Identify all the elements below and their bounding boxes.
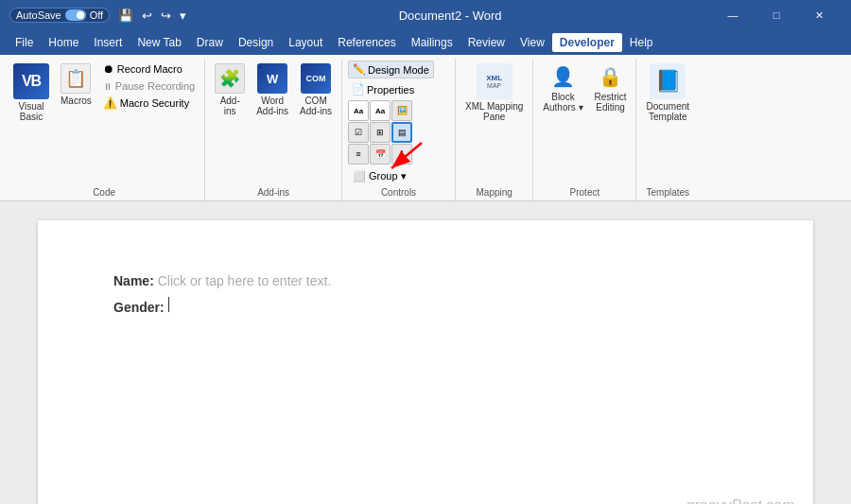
visual-basic-icon: VB <box>13 63 49 99</box>
add-ins-button[interactable]: 🧩 Add-ins <box>211 61 249 119</box>
ribbon-group-addins: 🧩 Add-ins W WordAdd-ins COM COMAdd-ins A… <box>205 59 342 200</box>
controls-group-label: Controls <box>348 187 449 200</box>
mapping-group-label: Mapping <box>461 187 527 200</box>
addins-group-content: 🧩 Add-ins W WordAdd-ins COM COMAdd-ins <box>211 61 336 185</box>
name-placeholder: Click or tap here to enter text. <box>158 273 332 288</box>
controls-icon-grid: Aa Aa 🖼️ ☑ ⊞ ▤ ≡ 📅 ⬇ <box>348 100 412 165</box>
control-aa2-icon[interactable]: Aa <box>370 100 391 121</box>
minimize-button[interactable]: — <box>711 0 755 30</box>
document-template-icon: 📘 <box>650 63 686 99</box>
group-icon: ⬜ <box>353 170 366 182</box>
pause-icon: ⏸ <box>103 81 113 92</box>
record-macro-label: Record Macro <box>117 63 182 75</box>
document-template-button[interactable]: 📘 DocumentTemplate <box>642 61 693 125</box>
add-ins-icon: 🧩 <box>215 63 245 94</box>
block-authors-button[interactable]: 👤 BlockAuthors ▾ <box>539 61 586 115</box>
ribbon-group-controls: ✏️ Design Mode 📄 Properties Aa Aa <box>342 59 456 200</box>
autosave-badge[interactable]: AutoSave Off <box>9 8 110 23</box>
control-check-icon[interactable]: ☑ <box>348 122 369 143</box>
quick-access-toolbar: 💾 ↩ ↪ ▾ <box>115 7 189 25</box>
group-label: Group ▾ <box>369 170 407 182</box>
properties-label: Properties <box>367 84 414 96</box>
watermark: groovyPost.com <box>686 497 794 504</box>
menu-review[interactable]: Review <box>460 33 512 52</box>
menu-developer[interactable]: Developer <box>552 33 622 52</box>
controls-group-content: ✏️ Design Mode 📄 Properties Aa Aa <box>348 61 449 185</box>
control-img-icon[interactable]: 🖼️ <box>391 100 412 121</box>
document-template-label: DocumentTemplate <box>646 101 689 122</box>
templates-group-label: Templates <box>642 187 693 200</box>
properties-icon: 📄 <box>352 83 365 96</box>
xml-mapping-icon: XML MAP <box>477 63 512 99</box>
control-list-icon[interactable]: ≡ <box>348 144 369 165</box>
autosave-toggle[interactable] <box>65 9 86 21</box>
control-more-icon[interactable]: ⬇ <box>391 144 412 165</box>
control-date-icon[interactable]: 📅 <box>370 144 391 165</box>
autosave-state: Off <box>90 9 103 21</box>
group-button[interactable]: ⬜ Group ▾ <box>348 167 411 185</box>
macros-label: Macros <box>61 96 92 106</box>
xml-mapping-button[interactable]: XML MAP XML MappingPane <box>461 61 527 125</box>
gender-label: Gender: <box>113 300 165 315</box>
document-page[interactable]: Name: Click or tap here to enter text. G… <box>38 220 813 504</box>
visual-basic-label: VisualBasic <box>18 101 43 122</box>
control-combo-icon[interactable]: ▤ <box>391 122 412 143</box>
restrict-editing-label: RestrictEditing <box>595 92 627 113</box>
ribbon-group-protect: 👤 BlockAuthors ▾ 🔒 RestrictEditing Prote… <box>533 59 636 200</box>
save-button[interactable]: 💾 <box>115 7 136 25</box>
menu-references[interactable]: References <box>330 33 403 52</box>
menu-layout[interactable]: Layout <box>281 33 330 52</box>
doc-name-line: Name: Click or tap here to enter text. <box>113 268 738 294</box>
com-add-ins-button[interactable]: COM COMAdd-ins <box>296 61 336 119</box>
menu-design[interactable]: Design <box>231 33 281 52</box>
macro-security-button[interactable]: ⚠️ Macro Security <box>99 95 199 112</box>
word-add-ins-button[interactable]: W WordAdd-ins <box>252 61 292 119</box>
ribbon-group-mapping: XML MAP XML MappingPane Mapping <box>456 59 533 200</box>
menu-help[interactable]: Help <box>622 33 661 52</box>
control-table-icon[interactable]: ⊞ <box>370 122 391 143</box>
word-icon: W <box>257 63 287 94</box>
ribbon-content: VB VisualBasic 📋 Macros ⏺ Record Macro <box>0 55 851 201</box>
ribbon-group-code: VB VisualBasic 📋 Macros ⏺ Record Macro <box>4 59 205 200</box>
controls-icons-row: Aa Aa 🖼️ ☑ ⊞ ▤ ≡ 📅 ⬇ <box>348 100 412 165</box>
maximize-button[interactable]: □ <box>755 0 798 30</box>
menu-bar: File Home Insert New Tab Draw Design Lay… <box>0 30 851 55</box>
menu-draw[interactable]: Draw <box>189 33 231 52</box>
code-group-label: Code <box>9 187 199 200</box>
protect-group-label: Protect <box>539 187 630 200</box>
design-mode-label: Design Mode <box>368 64 429 76</box>
design-mode-icon: ✏️ <box>353 63 366 76</box>
menu-insert[interactable]: Insert <box>86 33 130 52</box>
controls-bottom-row: ⬜ Group ▾ <box>348 167 411 185</box>
undo-button[interactable]: ↩ <box>139 7 155 25</box>
pause-recording-button[interactable]: ⏸ Pause Recording <box>99 78 199 94</box>
properties-button[interactable]: 📄 Properties <box>348 81 418 97</box>
menu-file[interactable]: File <box>8 33 41 52</box>
controls-top-row: ✏️ Design Mode <box>348 61 434 78</box>
macros-button[interactable]: 📋 Macros <box>57 61 96 109</box>
restrict-editing-button[interactable]: 🔒 RestrictEditing <box>591 61 631 115</box>
warning-icon: ⚠️ <box>103 96 117 110</box>
window-controls: — □ ✕ <box>711 0 842 30</box>
menu-mailings[interactable]: Mailings <box>404 33 460 52</box>
window-title: Document2 - Word <box>399 9 502 23</box>
control-aa-icon[interactable]: Aa <box>348 100 369 121</box>
record-macro-button[interactable]: ⏺ Record Macro <box>99 61 199 78</box>
com-add-ins-label: COMAdd-ins <box>300 96 332 116</box>
menu-home[interactable]: Home <box>41 33 86 52</box>
customize-button[interactable]: ▾ <box>177 7 189 25</box>
design-mode-button[interactable]: ✏️ Design Mode <box>348 61 434 78</box>
protect-group-content: 👤 BlockAuthors ▾ 🔒 RestrictEditing <box>539 61 630 185</box>
add-ins-label: Add-ins <box>220 96 240 116</box>
menu-new-tab[interactable]: New Tab <box>130 33 188 52</box>
code-small-buttons: ⏺ Record Macro ⏸ Pause Recording ⚠️ Macr… <box>99 61 199 112</box>
name-label: Name: <box>113 273 154 288</box>
visual-basic-button[interactable]: VB VisualBasic <box>9 61 53 125</box>
redo-button[interactable]: ↪ <box>158 7 174 25</box>
record-macro-icon: ⏺ <box>103 62 114 76</box>
word-add-ins-label: WordAdd-ins <box>256 96 288 116</box>
menu-view[interactable]: View <box>512 33 552 52</box>
com-icon: COM <box>301 63 331 94</box>
close-button[interactable]: ✕ <box>798 0 842 30</box>
block-authors-icon: 👤 <box>549 63 576 90</box>
